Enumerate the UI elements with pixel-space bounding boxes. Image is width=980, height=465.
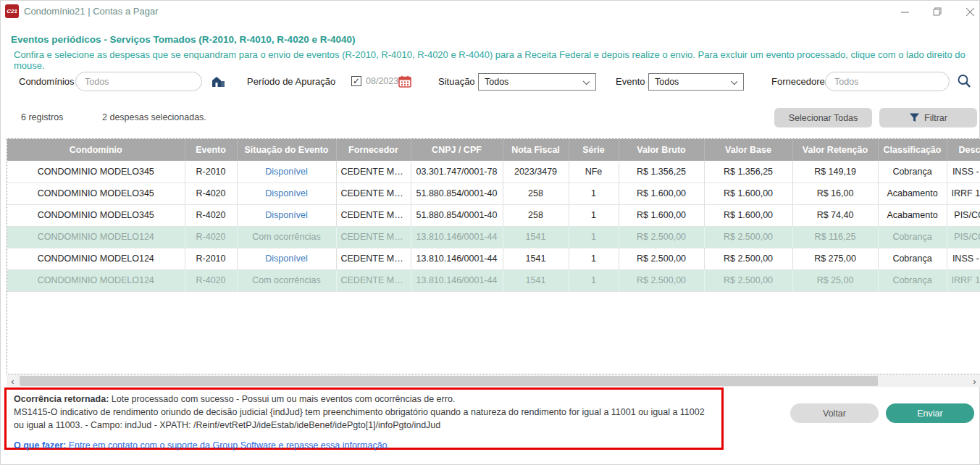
cell-situacao[interactable]: Disponível — [237, 161, 336, 183]
cell-situacao[interactable]: Disponível — [237, 248, 336, 269]
cell-cnpj: 51.880.854/0001-40 — [411, 183, 503, 204]
cell-cnpj: 13.810.146/0001-44 — [411, 226, 503, 248]
scroll-left-button[interactable]: ‹ — [7, 375, 19, 387]
cell-valor-retencao: R$ 74,40 — [792, 204, 878, 226]
col-valor-base[interactable]: Valor Base — [704, 139, 792, 161]
cell-classificacao: Cobrança — [878, 269, 947, 291]
cell-valor-retencao: R$ 275,00 — [792, 248, 878, 269]
table-row[interactable]: CONDOMINIO MODELO124R-4020Com ocorrência… — [7, 269, 980, 291]
table-row[interactable]: CONDOMINIO MODELO124R-2010DisponívelCEDE… — [7, 248, 980, 269]
cell-cnpj: 03.301.747/0001-78 — [411, 161, 503, 183]
cell-descricao: IRRF 1,5 — [947, 183, 980, 204]
cell-valor-bruto: R$ 2.500,00 — [619, 269, 704, 291]
what-to-do-label: O que fazer: — [14, 440, 66, 451]
col-evento[interactable]: Evento — [185, 139, 237, 161]
evento-label: Evento — [616, 76, 645, 87]
cell-valor-base: R$ 2.500,00 — [704, 269, 792, 291]
calendar-button[interactable] — [396, 72, 414, 90]
cell-serie: 1 — [569, 269, 619, 291]
cell-situacao[interactable]: Disponível — [237, 204, 336, 226]
cell-classificacao: Acabamento — [878, 204, 947, 226]
cell-descricao: IRRF 1,5 — [947, 269, 980, 291]
occurrence-detail: MS1415-O indicativo de rendimento oriund… — [14, 406, 714, 432]
table-row[interactable]: CONDOMINIO MODELO345R-4020DisponívelCEDE… — [7, 183, 980, 204]
cell-condominio: CONDOMINIO MODELO345 — [7, 161, 185, 183]
cell-condominio: CONDOMINIO MODELO345 — [7, 183, 185, 204]
table-row[interactable]: CONDOMINIO MODELO345R-2010DisponívelCEDE… — [7, 161, 980, 183]
cell-valor-bruto: R$ 1.600,00 — [619, 204, 704, 226]
situacao-select[interactable]: Todos — [478, 73, 596, 91]
col-nota-fiscal[interactable]: Nota Fiscal — [503, 139, 569, 161]
cell-fornecedor: CEDENTE MOD... — [336, 269, 411, 291]
table-row[interactable]: CONDOMINIO MODELO124R-4020Com ocorrência… — [7, 226, 980, 248]
scrollbar-thumb[interactable] — [20, 376, 878, 386]
cell-serie: 1 — [569, 226, 619, 248]
select-all-label: Selecionar Todas — [789, 113, 858, 123]
events-table: Condomínio Evento Situação do Evento For… — [7, 139, 980, 292]
col-valor-retencao[interactable]: Valor Retenção — [792, 139, 878, 161]
evento-select[interactable]: Todos — [648, 73, 744, 91]
cell-evento: R-4020 — [185, 204, 237, 226]
cell-classificacao: Acabamento — [878, 183, 947, 204]
situacao-label: Situação — [438, 76, 475, 87]
filter-button[interactable]: Filtrar — [879, 108, 977, 127]
back-button[interactable]: Voltar — [790, 403, 879, 423]
horizontal-scrollbar[interactable]: ‹ › — [7, 375, 980, 387]
col-classificacao[interactable]: Classificação — [878, 139, 947, 161]
cell-evento: R-4020 — [185, 226, 237, 248]
select-all-button[interactable]: Selecionar Todas — [774, 108, 872, 127]
restore-button[interactable] — [926, 4, 948, 20]
col-valor-bruto[interactable]: Valor Bruto — [619, 139, 704, 161]
calendar-icon — [398, 75, 411, 88]
title-bar: C21 Condomínio21 | Contas a Pagar — [1, 1, 979, 21]
cell-situacao[interactable]: Com ocorrências — [237, 226, 336, 248]
close-button[interactable] — [959, 4, 980, 20]
restore-icon — [933, 7, 942, 16]
cell-valor-base: R$ 2.500,00 — [704, 226, 792, 248]
cell-valor-base: R$ 1.600,00 — [704, 183, 792, 204]
records-count: 6 registros — [21, 112, 63, 122]
cell-serie: NFe — [569, 161, 619, 183]
cell-situacao[interactable]: Com ocorrências — [237, 269, 336, 291]
search-icon — [957, 74, 971, 88]
cell-cnpj: 51.880.854/0001-40 — [411, 204, 503, 226]
col-fornecedor[interactable]: Fornecedor — [336, 139, 411, 161]
building-icon — [211, 75, 225, 88]
fornecedores-input[interactable] — [825, 72, 950, 91]
cell-descricao: PIS/CO — [947, 204, 980, 226]
occurrence-message-box: Ocorrência retornada: Lote processado co… — [4, 388, 724, 450]
minimize-button[interactable] — [894, 4, 916, 20]
col-descricao[interactable]: Desc — [947, 139, 980, 161]
situacao-select-value: Todos — [485, 77, 508, 87]
col-serie[interactable]: Série — [569, 139, 619, 161]
events-grid: Condomínio Evento Situação do Evento For… — [7, 138, 980, 374]
cell-serie: 1 — [569, 204, 619, 226]
cell-valor-base: R$ 2.500,00 — [704, 248, 792, 269]
table-row[interactable]: CONDOMINIO MODELO345R-4020DisponívelCEDE… — [7, 204, 980, 226]
periodo-value: 08/2023 — [366, 76, 398, 86]
cell-valor-retencao: R$ 116,25 — [792, 226, 878, 248]
cell-situacao[interactable]: Disponível — [237, 183, 336, 204]
col-situacao[interactable]: Situação do Evento — [237, 139, 336, 161]
col-cnpj[interactable]: CNPJ / CPF — [411, 139, 503, 161]
cell-condominio: CONDOMINIO MODELO124 — [7, 226, 185, 248]
cell-evento: R-4020 — [185, 269, 237, 291]
cell-valor-base: R$ 1.356,25 — [704, 161, 792, 183]
cell-valor-retencao: R$ 25,00 — [792, 269, 878, 291]
col-condominio[interactable]: Condomínio — [7, 139, 185, 161]
what-to-do-link[interactable]: O que fazer: Entre em contato com o supo… — [14, 440, 714, 453]
cell-valor-base: R$ 1.600,00 — [704, 204, 792, 226]
occurrence-line1: Ocorrência retornada: Lote processado co… — [14, 393, 714, 406]
scroll-right-button[interactable]: › — [968, 375, 980, 387]
send-button[interactable]: Enviar — [886, 403, 974, 423]
funnel-icon — [909, 112, 920, 123]
table-body: CONDOMINIO MODELO345R-2010DisponívelCEDE… — [7, 161, 980, 291]
cell-descricao: PIS/CO — [947, 226, 980, 248]
cell-classificacao: Cobrança — [878, 161, 947, 183]
periodo-checkbox[interactable]: ✓ — [351, 76, 361, 86]
cell-condominio: CONDOMINIO MODELO345 — [7, 204, 185, 226]
condominios-input[interactable] — [75, 72, 202, 91]
condominium-picker-button[interactable] — [209, 72, 227, 90]
condominios-label: Condomínios — [19, 76, 75, 87]
search-button[interactable] — [955, 72, 973, 90]
